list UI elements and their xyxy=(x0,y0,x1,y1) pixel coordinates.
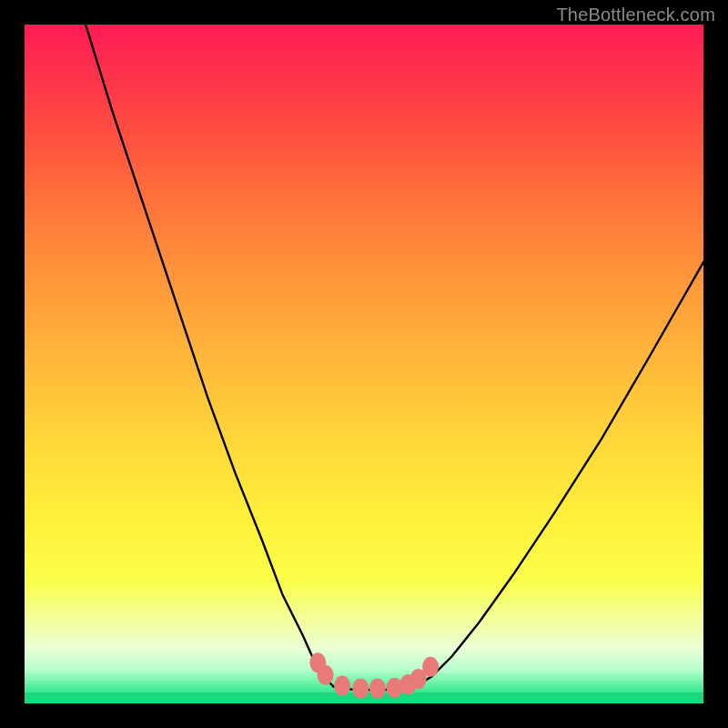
marker-dot xyxy=(318,665,334,685)
marker-dot xyxy=(334,676,350,696)
marker-dot xyxy=(352,679,369,699)
curve-lines xyxy=(86,25,703,690)
plot-area xyxy=(25,25,703,703)
chart-frame: TheBottleneck.com xyxy=(0,0,728,728)
bottleneck-curve-svg xyxy=(25,25,703,703)
marker-dot xyxy=(387,678,403,698)
watermark-text: TheBottleneck.com xyxy=(556,5,715,25)
highlight-markers xyxy=(309,652,439,698)
right-curve xyxy=(419,262,703,684)
marker-dot xyxy=(422,657,439,677)
left-curve xyxy=(86,25,333,686)
marker-dot xyxy=(369,679,386,699)
